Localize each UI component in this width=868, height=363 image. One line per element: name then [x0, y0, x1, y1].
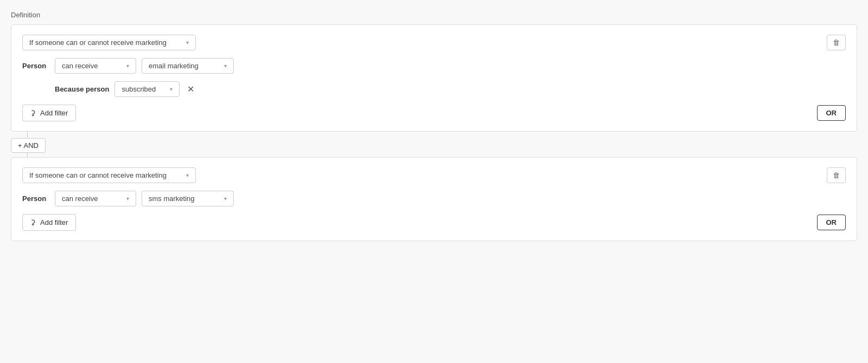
person-label-2: Person [22, 195, 49, 203]
because-label-1: Because person [55, 85, 109, 93]
filter-icon-2: ⚳ [30, 218, 36, 226]
add-filter-button-1[interactable]: ⚳ Add filter [22, 105, 76, 121]
chevron-down-icon: ▾ [126, 63, 129, 69]
can-receive-select-1[interactable]: can receive ▾ [55, 58, 136, 74]
chevron-down-icon: ▾ [186, 40, 189, 46]
or-button-1[interactable]: OR [817, 105, 846, 121]
and-button[interactable]: + AND [11, 138, 46, 153]
chevron-down-icon: ▾ [224, 196, 227, 202]
person-label-1: Person [22, 62, 49, 70]
can-receive-select-2[interactable]: can receive ▾ [55, 191, 136, 206]
add-filter-button-2[interactable]: ⚳ Add filter [22, 214, 76, 231]
condition-block-1: If someone can or cannot receive marketi… [11, 24, 857, 132]
main-select-1-label: If someone can or cannot receive marketi… [29, 38, 167, 47]
condition-block-2: If someone can or cannot receive marketi… [11, 157, 857, 241]
trash-icon-1: 🗑 [833, 38, 840, 47]
trash-button-1[interactable]: 🗑 [827, 35, 846, 50]
subscribed-label-1: subscribed [122, 85, 156, 93]
chevron-down-icon: ▾ [224, 63, 227, 69]
trash-button-2[interactable]: 🗑 [827, 167, 846, 183]
remove-because-button-1[interactable]: ✕ [185, 83, 196, 95]
sms-marketing-select-2[interactable]: sms marketing ▾ [142, 191, 234, 206]
main-select-2-label: If someone can or cannot receive marketi… [29, 171, 167, 179]
add-filter-label-2: Add filter [40, 218, 68, 226]
chevron-down-icon: ▾ [170, 86, 173, 92]
main-select-2[interactable]: If someone can or cannot receive marketi… [22, 167, 196, 183]
add-filter-label-1: Add filter [40, 109, 68, 117]
or-button-2[interactable]: OR [817, 215, 846, 230]
email-marketing-select-1[interactable]: email marketing ▾ [142, 58, 234, 74]
sms-marketing-label-2: sms marketing [149, 195, 195, 203]
main-select-1[interactable]: If someone can or cannot receive marketi… [22, 35, 196, 50]
filter-icon-1: ⚳ [30, 109, 36, 117]
can-receive-label-2: can receive [62, 195, 98, 203]
chevron-down-icon: ▾ [126, 196, 129, 202]
chevron-down-icon: ▾ [186, 172, 189, 178]
email-marketing-label-1: email marketing [149, 62, 199, 70]
trash-icon-2: 🗑 [833, 171, 840, 179]
definition-label: Definition [11, 11, 857, 19]
subscribed-select-1[interactable]: subscribed ▾ [114, 81, 180, 97]
can-receive-label-1: can receive [62, 62, 98, 70]
